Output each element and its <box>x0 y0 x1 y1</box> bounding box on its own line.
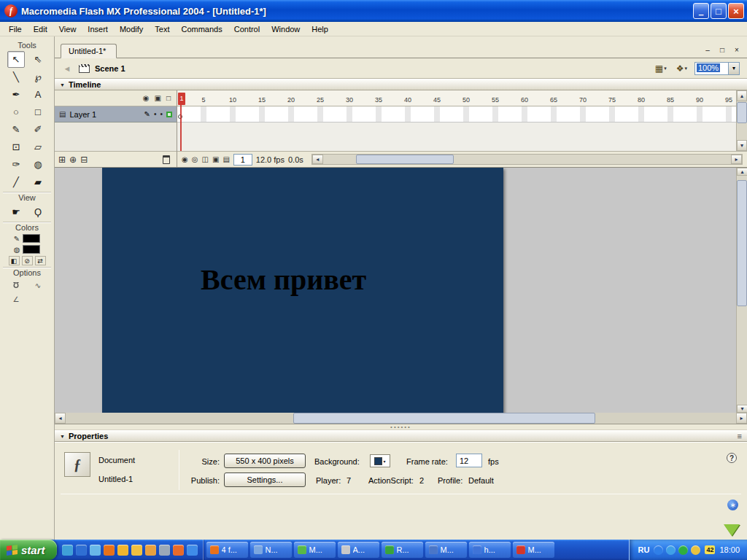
panel-extra-icon[interactable]: ∗ <box>727 499 738 510</box>
quick-launch-icon-4[interactable] <box>104 545 115 556</box>
menu-item-insert[interactable]: Insert <box>82 23 114 35</box>
collapse-triangle-icon[interactable]: ▼ <box>60 434 65 439</box>
edit-multiple-frames-button[interactable]: ▣ <box>212 155 219 163</box>
insert-layer-folder-button[interactable]: ⊟ <box>80 155 88 165</box>
ruler-frame-label[interactable]: 45 <box>422 96 452 106</box>
show-layers-as-outlines-icon[interactable]: □ <box>166 94 171 102</box>
volume-icon[interactable] <box>666 545 676 555</box>
snap-to-objects-toggle[interactable]: Ω <box>7 279 25 292</box>
document-close-button[interactable]: × <box>731 44 743 55</box>
zoom-control[interactable]: 100% ▾ <box>694 62 740 75</box>
frames-empty-area[interactable] <box>177 122 736 151</box>
quick-launch-icon-6[interactable] <box>131 545 142 556</box>
playhead[interactable]: 1 <box>178 93 185 105</box>
center-frame-button[interactable]: ◉ <box>182 155 188 163</box>
stroke-color-swatch[interactable] <box>23 234 40 243</box>
zoom-dropdown-icon[interactable]: ▾ <box>728 63 739 74</box>
edit-scene-button[interactable]: ▦▾ <box>653 63 669 74</box>
taskbar-task-button[interactable]: A... <box>338 542 379 558</box>
quick-launch-icon-9[interactable] <box>173 545 184 556</box>
taskbar-task-button[interactable]: M... <box>425 542 467 558</box>
document-tab[interactable]: Untitled-1* <box>61 44 117 58</box>
text-tool[interactable]: A <box>29 86 47 103</box>
ruler-frame-label[interactable]: 75 <box>597 96 627 106</box>
smooth-option[interactable]: ∿ <box>29 279 47 292</box>
onion-skin-outlines-button[interactable]: ◫ <box>201 155 208 163</box>
frame-rate-input[interactable] <box>456 454 482 467</box>
ruler-frame-label[interactable]: 95 <box>714 96 736 106</box>
default-colors-button[interactable]: ◧ <box>9 256 20 265</box>
arrow-tool[interactable]: ↖ <box>7 51 25 68</box>
taskbar-task-button[interactable]: R... <box>382 542 423 558</box>
layer-lock-dot[interactable]: • <box>160 110 163 118</box>
ruler-frame-label[interactable]: 50 <box>452 96 481 106</box>
stage-v-scrollbar[interactable]: ▴ ▾ <box>736 168 747 413</box>
layer-frames-row[interactable] <box>177 106 736 122</box>
pencil-tool[interactable]: ✎ <box>7 121 25 138</box>
fill-color-control[interactable]: ◍ <box>0 245 54 254</box>
menu-item-commands[interactable]: Commands <box>175 23 228 35</box>
minimize-button[interactable]: – <box>693 3 709 19</box>
quick-launch-icon-8[interactable] <box>159 545 170 556</box>
scroll-up-icon[interactable]: ▴ <box>737 168 747 176</box>
scroll-up-icon[interactable]: ▴ <box>737 90 747 101</box>
ruler-frame-label[interactable]: 65 <box>539 96 568 106</box>
ruler-frame-label[interactable]: 15 <box>247 96 276 106</box>
brush-tool[interactable]: ✐ <box>29 121 47 138</box>
menu-item-view[interactable]: View <box>53 23 82 35</box>
ruler-frame-label[interactable]: 25 <box>306 96 335 106</box>
rectangle-tool[interactable]: □ <box>29 104 47 120</box>
timeline-v-scrollbar[interactable]: ▴ ▾ <box>736 90 747 151</box>
scroll-left-icon[interactable]: ◂ <box>55 413 66 424</box>
quick-launch-icon-5[interactable] <box>117 545 128 556</box>
eyedropper-tool[interactable]: ╱ <box>7 174 25 190</box>
scroll-right-icon[interactable]: ▸ <box>736 413 747 424</box>
help-icon[interactable]: ? <box>727 453 737 463</box>
layer-outline-color[interactable] <box>166 112 172 117</box>
fill-transform-tool[interactable]: ▱ <box>29 139 47 155</box>
layer-visibility-dot[interactable]: • <box>154 110 157 118</box>
antivirus-icon[interactable] <box>678 545 688 555</box>
network-icon[interactable] <box>691 545 700 555</box>
oval-tool[interactable]: ○ <box>7 104 25 120</box>
timeline-panel-header[interactable]: ▼ Timeline <box>55 79 747 90</box>
no-color-button[interactable]: ⊘ <box>22 256 33 265</box>
insert-layer-button[interactable]: ⊞ <box>58 155 66 165</box>
taskbar-task-button[interactable]: h... <box>469 542 511 558</box>
ruler-frame-label[interactable]: 80 <box>627 96 656 106</box>
ruler-frame-label[interactable]: 55 <box>481 96 510 106</box>
fill-color-swatch[interactable] <box>23 245 40 254</box>
ruler-frame-label[interactable]: 85 <box>656 96 685 106</box>
stage[interactable]: Всем привет <box>102 168 503 413</box>
ruler-frame-label[interactable]: 70 <box>568 96 597 106</box>
ruler-frame-label[interactable]: 20 <box>276 96 306 106</box>
onion-skin-button[interactable]: ◎ <box>192 155 198 163</box>
lock-all-layers-icon[interactable]: ▣ <box>155 94 161 102</box>
taskbar-task-button[interactable]: N... <box>250 542 292 558</box>
scroll-down-icon[interactable]: ▾ <box>737 405 747 413</box>
quick-launch-icon-1[interactable] <box>62 545 73 556</box>
timeline-h-scrollbar[interactable]: ◂ ▸ <box>311 154 743 165</box>
subselection-tool[interactable]: ⇖ <box>29 51 47 68</box>
pen-tool[interactable]: ✒ <box>7 86 25 103</box>
publish-settings-button[interactable]: Settings... <box>224 472 306 487</box>
update-icon[interactable] <box>654 545 663 555</box>
stroke-color-control[interactable]: ✎ <box>0 234 54 243</box>
show-hide-all-layers-icon[interactable]: ◉ <box>143 94 150 102</box>
menu-item-text[interactable]: Text <box>149 23 175 35</box>
layer-name[interactable]: Layer 1 <box>69 110 140 119</box>
taskbar-task-button[interactable]: 4 f... <box>206 542 248 558</box>
stage-h-scrollbar[interactable]: ◂ ▸ <box>55 413 747 424</box>
background-color-swatch[interactable]: ▾ <box>370 454 390 467</box>
size-button[interactable]: 550 x 400 pixels <box>224 454 306 468</box>
language-indicator[interactable]: RU <box>638 545 650 554</box>
eraser-tool[interactable]: ▰ <box>29 174 47 190</box>
stage-text[interactable]: Всем привет <box>201 262 366 297</box>
scroll-down-icon[interactable]: ▾ <box>737 140 747 151</box>
keyboard-layout-badge[interactable]: 42 <box>705 545 715 554</box>
scroll-right-icon[interactable]: ▸ <box>731 155 742 164</box>
scrollbar-thumb[interactable] <box>356 155 454 164</box>
back-arrow-icon[interactable]: ◄ <box>61 64 74 73</box>
taskbar-task-button[interactable]: M... <box>294 542 336 558</box>
swap-colors-button[interactable]: ⇄ <box>35 256 46 265</box>
